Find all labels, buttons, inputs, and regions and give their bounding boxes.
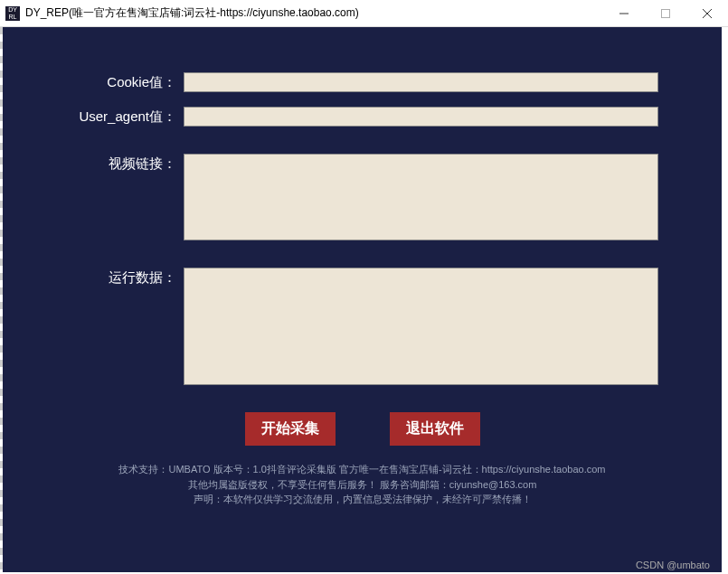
maximize-icon [661, 9, 670, 18]
minimize-icon [619, 9, 629, 18]
footer-line-3: 声明：本软件仅供学习交流使用，内置信息受法律保护，未经许可严禁传播！ [39, 492, 685, 507]
label-run-data: 运行数据： [3, 268, 184, 287]
app-icon-bottom: RL [9, 14, 17, 21]
close-button[interactable] [686, 0, 728, 27]
start-collect-button[interactable]: 开始采集 [245, 412, 336, 446]
button-row: 开始采集 退出软件 [3, 412, 722, 446]
minimize-button[interactable] [603, 0, 645, 27]
run-data-textarea[interactable] [184, 268, 658, 385]
row-video-link: 视频链接： [3, 154, 722, 240]
footer-text: 技术支持：UMBATO 版本号：1.0抖音评论采集版 官方唯一在售淘宝店铺-词云… [3, 462, 722, 507]
app-body: Cookie值： User_agent值： 视频链接： 运行数据： 开始采集 退… [3, 27, 722, 572]
label-cookie: Cookie值： [3, 72, 184, 91]
watermark: CSDN @umbato [636, 560, 710, 570]
window-title: DY_REP(唯一官方在售淘宝店铺:词云社-https://ciyunshe.t… [25, 5, 603, 21]
app-icon: DY RL [5, 6, 20, 21]
svg-rect-1 [662, 9, 670, 17]
footer-line-2: 其他均属盗版侵权，不享受任何售后服务！ 服务咨询邮箱：ciyunshe@163.… [39, 477, 685, 493]
cookie-input[interactable] [184, 72, 658, 92]
exit-software-button[interactable]: 退出软件 [390, 412, 480, 446]
close-icon [703, 9, 712, 18]
titlebar: DY RL DY_REP(唯一官方在售淘宝店铺:词云社-https://ciyu… [0, 0, 728, 27]
row-user-agent: User_agent值： [3, 107, 722, 127]
window-controls [603, 0, 728, 27]
app-icon-top: DY [8, 6, 17, 14]
user-agent-input[interactable] [184, 107, 658, 127]
row-run-data: 运行数据： [3, 268, 722, 385]
maximize-button[interactable] [645, 0, 686, 27]
row-cookie: Cookie值： [3, 72, 722, 92]
footer-line-1: 技术支持：UMBATO 版本号：1.0抖音评论采集版 官方唯一在售淘宝店铺-词云… [39, 462, 685, 477]
label-video-link: 视频链接： [3, 154, 184, 173]
label-user-agent: User_agent值： [3, 107, 184, 126]
video-link-textarea[interactable] [184, 154, 658, 240]
